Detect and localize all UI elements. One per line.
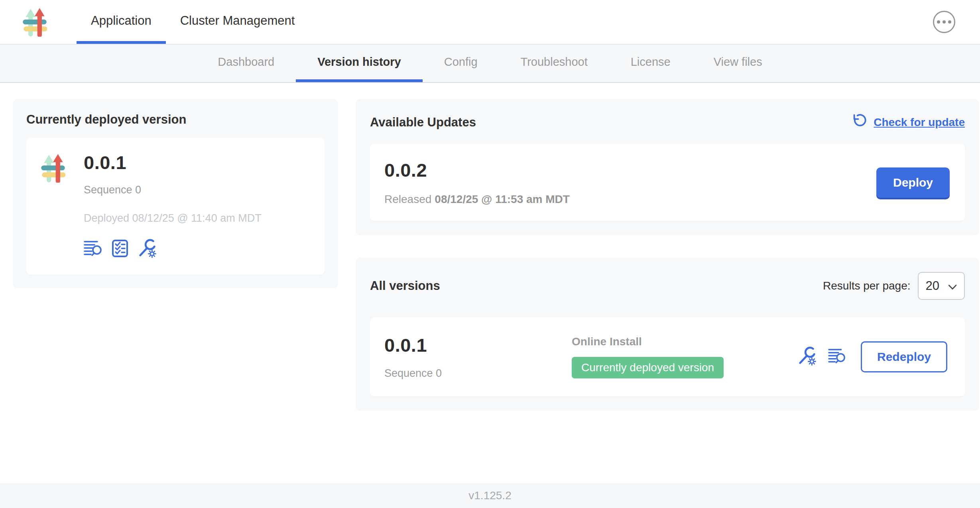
- update-details: 0.0.2 Released08/12/25 @ 11:53 am MDT: [384, 159, 570, 206]
- footer: v1.125.2: [0, 483, 980, 508]
- edit-config-icon[interactable]: [797, 347, 816, 367]
- results-per-page-select[interactable]: 20: [918, 272, 965, 300]
- tab-version-history[interactable]: Version history: [296, 45, 423, 82]
- results-per-page: Results per page: 20: [823, 272, 965, 300]
- tab-application[interactable]: Application: [77, 0, 166, 44]
- tab-troubleshoot[interactable]: Troubleshoot: [499, 45, 609, 82]
- currently-deployed-card: Currently deployed version 0.0.1 Sequenc: [13, 99, 338, 288]
- right-column: Available Updates Check for update 0.0.2: [356, 99, 979, 411]
- version-row-details: 0.0.1 Sequence 0: [384, 334, 572, 380]
- update-released-timestamp: Released08/12/25 @ 11:53 am MDT: [384, 193, 570, 206]
- all-versions-title: All versions: [370, 279, 440, 293]
- deployed-sequence: Sequence 0: [84, 184, 262, 196]
- released-prefix: Released: [384, 193, 431, 205]
- currently-deployed-title: Currently deployed version: [26, 112, 325, 127]
- version-number: 0.0.1: [384, 334, 572, 356]
- available-updates-card: Available Updates Check for update 0.0.2: [356, 99, 979, 235]
- topbar-spacer: [309, 0, 933, 44]
- version-row: 0.0.1 Sequence 0 Online Install Currentl…: [370, 317, 965, 396]
- main-content: Currently deployed version 0.0.1 Sequenc: [0, 83, 980, 483]
- ellipsis-icon: [937, 20, 940, 24]
- logs-icon[interactable]: [828, 348, 846, 366]
- update-version-number: 0.0.2: [384, 159, 570, 181]
- deploy-button[interactable]: Deploy: [876, 167, 950, 198]
- console-version: v1.125.2: [468, 489, 511, 502]
- version-row-status: Online Install Currently deployed versio…: [572, 335, 797, 378]
- version-row-actions: Redeploy: [797, 341, 947, 372]
- update-row: 0.0.2 Released08/12/25 @ 11:53 am MDT De…: [370, 144, 965, 221]
- install-type-label: Online Install: [572, 335, 797, 348]
- redeploy-button[interactable]: Redeploy: [861, 341, 947, 372]
- available-updates-title: Available Updates: [370, 115, 476, 130]
- deployed-timestamp: Deployed 08/12/25 @ 11:40 am MDT: [84, 212, 262, 224]
- ellipsis-icon: [948, 20, 951, 24]
- tab-cluster-management[interactable]: Cluster Management: [166, 0, 309, 44]
- tab-config[interactable]: Config: [423, 45, 499, 82]
- top-navbar: Application Cluster Management: [0, 0, 980, 45]
- deployed-action-icons: [84, 239, 262, 260]
- overflow-menu-button[interactable]: [933, 11, 955, 33]
- all-versions-card: All versions Results per page: 20: [356, 258, 979, 411]
- check-for-update-link[interactable]: Check for update: [852, 113, 965, 131]
- top-tabs: Application Cluster Management: [77, 0, 309, 44]
- app-logo-icon: [41, 152, 65, 260]
- app-logo-icon: [22, 6, 47, 38]
- released-date: 08/12/25 @ 11:53 am MDT: [435, 193, 570, 205]
- app-subnav: Dashboard Version history Config Trouble…: [0, 45, 980, 83]
- deployed-version-number: 0.0.1: [84, 152, 262, 173]
- tab-dashboard[interactable]: Dashboard: [196, 45, 296, 82]
- ellipsis-icon: [943, 20, 946, 24]
- results-per-page-value: 20: [926, 279, 939, 293]
- version-sequence: Sequence 0: [384, 367, 572, 380]
- logs-icon[interactable]: [84, 240, 103, 259]
- currently-deployed-badge: Currently deployed version: [572, 357, 724, 378]
- results-per-page-label: Results per page:: [823, 280, 910, 292]
- refresh-icon: [852, 113, 867, 131]
- tab-view-files[interactable]: View files: [692, 45, 784, 82]
- chevron-down-icon: [948, 279, 957, 293]
- preflight-checklist-icon[interactable]: [112, 239, 128, 259]
- tab-license[interactable]: License: [609, 45, 692, 82]
- deployed-version-panel: 0.0.1 Sequence 0 Deployed 08/12/25 @ 11:…: [26, 138, 325, 275]
- check-for-update-label: Check for update: [874, 116, 965, 129]
- deployed-version-details: 0.0.1 Sequence 0 Deployed 08/12/25 @ 11:…: [84, 152, 262, 260]
- edit-config-icon[interactable]: [137, 239, 156, 260]
